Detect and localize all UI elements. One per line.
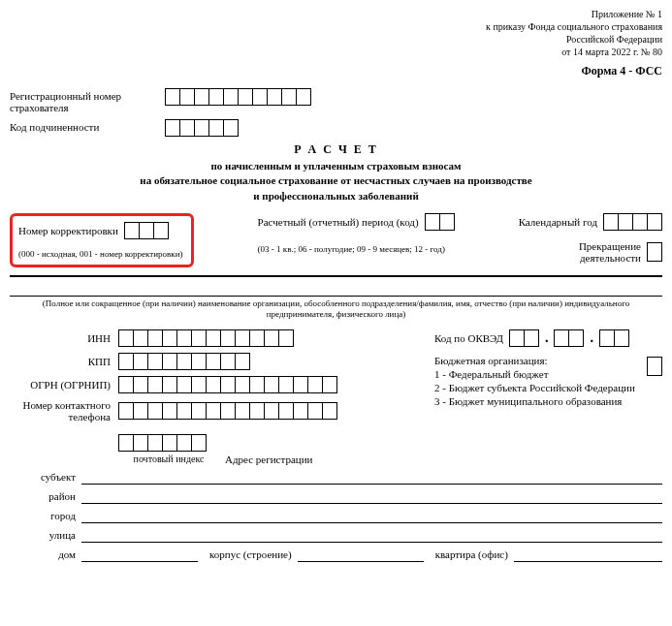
org-name-input[interactable]: [10, 281, 662, 297]
postal-index-cells[interactable]: [118, 434, 207, 452]
inn-label: ИНН: [10, 332, 118, 344]
period-hint: (03 - 1 кв.; 06 - полугодие; 09 - 9 меся…: [258, 244, 455, 254]
budget-2: 2 - Бюджет субъекта Российской Федерации: [434, 382, 641, 393]
period-label: Расчетный (отчетный) период (код): [258, 216, 419, 228]
correction-highlight: Номер корректировки (000 - исходная, 001…: [10, 213, 194, 267]
street-input[interactable]: [81, 527, 662, 543]
okved-cells[interactable]: . .: [509, 329, 629, 347]
doc-title: Р А С Ч Е Т: [10, 142, 662, 157]
termination-label-2: деятельности: [579, 252, 641, 264]
district-label: район: [10, 490, 81, 502]
sub-code-row: Код подчиненности: [10, 119, 662, 137]
okved-label: Код по ОКВЭД: [434, 332, 503, 344]
termination-cell[interactable]: [647, 242, 662, 262]
reg-number-row: Регистрационный номер страхователя: [10, 88, 662, 113]
subject-label: субъект: [10, 471, 81, 483]
phone-cells[interactable]: [118, 402, 337, 420]
dot-icon: .: [543, 330, 551, 346]
kpp-cells[interactable]: [118, 353, 250, 370]
sub-code-label: Код подчиненности: [10, 119, 165, 133]
subject-input[interactable]: [81, 469, 662, 485]
budget-cell[interactable]: [647, 357, 662, 378]
budget-3: 3 - Бюджет муниципального образования: [434, 395, 641, 407]
house-label: дом: [10, 548, 81, 560]
order-line-1: к приказу Фонда социального страхования: [10, 20, 662, 33]
apartment-label: квартира (офис): [435, 548, 514, 560]
budget-title: Бюджетная организация:: [434, 355, 641, 366]
house-input[interactable]: [81, 547, 198, 562]
period-row: Номер корректировки (000 - исходная, 001…: [10, 213, 662, 267]
appendix-line: Приложение № 1: [10, 8, 662, 20]
budget-1: 1 - Федеральный бюджет: [434, 368, 641, 380]
apartment-input[interactable]: [514, 547, 662, 562]
postal-index-caption: почтовый индекс: [118, 454, 219, 464]
ogrn-cells[interactable]: [118, 376, 337, 393]
termination-label-1: Прекращение: [579, 240, 641, 252]
kpp-label: КПП: [10, 356, 118, 367]
period-cells[interactable]: [425, 213, 455, 231]
correction-cells[interactable]: [124, 222, 169, 239]
inn-cells[interactable]: [118, 329, 294, 347]
order-line-3: от 14 марта 2022 г. № 80: [10, 46, 662, 58]
reg-number-cells[interactable]: [165, 88, 311, 106]
address-reg-label: Адрес регистрации: [219, 454, 318, 465]
appendix-header: Приложение № 1 к приказу Фонда социально…: [10, 8, 662, 58]
divider: [10, 275, 662, 277]
budget-list: Бюджетная организация: 1 - Федеральный б…: [434, 355, 662, 411]
district-input[interactable]: [81, 488, 662, 504]
ogrn-label: ОГРН (ОГРНИП): [10, 379, 118, 391]
building-input[interactable]: [298, 547, 424, 562]
form-code: Форма 4 - ФСС: [10, 64, 662, 78]
doc-subtitle: по начисленным и уплаченным страховым вз…: [10, 159, 662, 203]
city-label: город: [10, 510, 81, 521]
reg-number-label: Регистрационный номер страхователя: [10, 88, 165, 113]
correction-hint: (000 - исходная, 001 - номер корректиров…: [18, 249, 183, 259]
street-label: улица: [10, 529, 81, 541]
sub-code-cells[interactable]: [165, 119, 239, 137]
year-cells[interactable]: [603, 213, 662, 231]
dot-icon: .: [588, 330, 595, 346]
ids-and-budget: ИНН КПП ОГРН (ОГРНИП) Номер контактног: [10, 329, 662, 428]
phone-label-2: телефона: [10, 411, 111, 423]
city-input[interactable]: [81, 508, 662, 523]
correction-label: Номер корректировки: [18, 225, 118, 236]
phone-label-1: Номер контактного: [10, 399, 111, 411]
year-label: Календарный год: [519, 216, 597, 228]
org-name-hint: (Полное или сокращенное (при наличии) на…: [10, 298, 662, 320]
building-label: корпус (строение): [209, 548, 298, 560]
order-line-2: Российской Федерации: [10, 33, 662, 46]
